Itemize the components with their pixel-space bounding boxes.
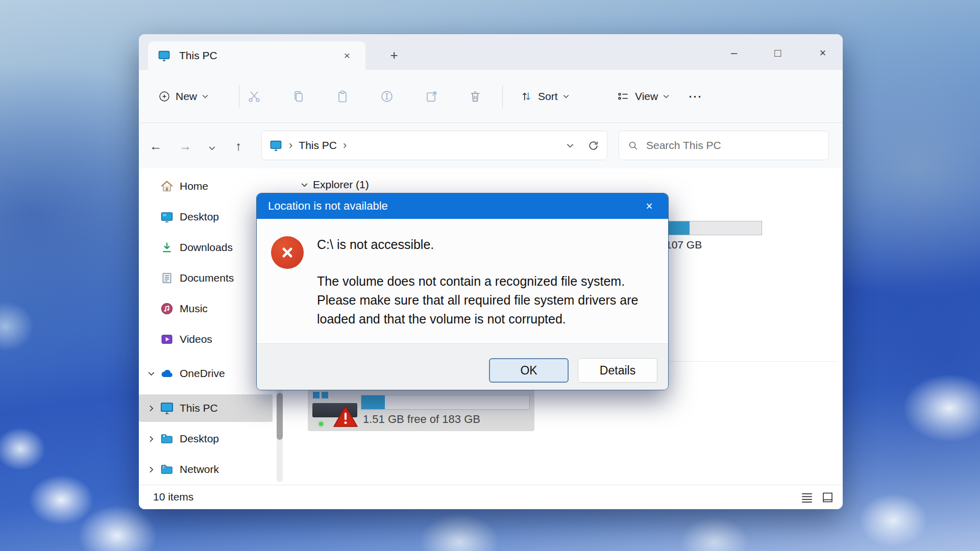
drive-free-space-label: 1.51 GB free of 183 GB [363, 413, 480, 426]
sidebar-item-label: Music [180, 303, 208, 315]
sidebar-item-home[interactable]: Home [139, 172, 273, 200]
cut-button[interactable] [240, 83, 268, 110]
warning-icon [333, 405, 358, 428]
dialog-message-line: The volume does not contain a recognized… [317, 272, 638, 291]
details-button[interactable]: Details [578, 358, 657, 383]
sidebar-item-onedrive[interactable]: OneDrive [139, 360, 273, 387]
videos-icon [159, 332, 175, 347]
chevron-down-icon [202, 94, 208, 98]
new-plus-icon [158, 90, 170, 103]
sidebar-item-label: Network [180, 463, 219, 475]
sidebar-item-desktop-folder[interactable]: Desktop [139, 425, 273, 453]
close-window-button[interactable]: × [808, 43, 837, 63]
search-input[interactable] [646, 139, 820, 152]
drive-icon-fragment [313, 392, 320, 398]
drive-icon-fragment [322, 392, 328, 398]
rename-icon [380, 89, 394, 104]
dialog-message: The volume does not contain a recognized… [317, 272, 638, 329]
see-more-button[interactable]: ⋯ [683, 83, 707, 110]
sort-button[interactable]: Sort [514, 83, 574, 110]
tab-close-icon[interactable]: × [338, 46, 356, 65]
view-button-label: View [635, 90, 658, 103]
chevron-down-icon[interactable] [567, 143, 574, 148]
sidebar-item-this-pc[interactable]: This PC [139, 394, 273, 422]
monitor-icon [269, 139, 283, 153]
breadcrumb[interactable]: › This PC › [261, 131, 607, 160]
chevron-right-icon [149, 405, 154, 412]
drive-capacity-bar [361, 395, 530, 410]
view-button[interactable]: View [611, 83, 674, 110]
dialog-title-bar[interactable]: Location is not available [257, 193, 668, 219]
sidebar-item-label: Desktop [180, 433, 219, 445]
trash-icon [468, 89, 482, 104]
chevron-right-icon [149, 466, 154, 473]
new-tab-button[interactable]: + [383, 45, 405, 66]
back-button[interactable]: ← [144, 134, 167, 158]
toolbar-divider [239, 85, 239, 108]
details-view-icon [800, 492, 814, 503]
breadcrumb-this-pc[interactable]: This PC [299, 139, 337, 152]
minimize-button[interactable]: – [720, 43, 748, 63]
dialog-close-button[interactable]: × [639, 197, 660, 215]
sidebar-item-videos[interactable]: Videos [139, 325, 273, 353]
sidebar-item-label: Downloads [180, 241, 233, 254]
breadcrumb-separator: › [289, 139, 292, 152]
details-view-button[interactable] [799, 490, 815, 505]
sort-icon [520, 90, 533, 103]
sidebar-item-label: This PC [180, 402, 218, 414]
chevron-down-icon [563, 94, 569, 98]
share-button[interactable] [417, 83, 446, 110]
drive-tile-selected[interactable]: 1.51 GB free of 183 GB [308, 389, 534, 431]
documents-icon [159, 270, 175, 286]
chevron-down-icon [148, 371, 155, 376]
group-header-explorer[interactable]: Explorer (1) [301, 179, 369, 191]
rename-button[interactable] [373, 83, 401, 110]
share-icon [424, 89, 438, 104]
error-icon [271, 236, 304, 269]
sidebar-scrollbar-thumb[interactable] [277, 393, 283, 440]
new-button-label: New [176, 90, 197, 103]
paste-button[interactable] [328, 83, 357, 110]
drive-led [319, 422, 323, 426]
paste-icon [335, 89, 350, 104]
large-icons-view-button[interactable] [820, 490, 835, 505]
sidebar-item-desktop[interactable]: Desktop [139, 203, 273, 231]
downloads-icon [159, 240, 175, 255]
group-header-label: Explorer (1) [313, 179, 369, 191]
copy-button[interactable] [284, 83, 313, 110]
tab-title: This PC [179, 49, 338, 62]
delete-button[interactable] [461, 83, 489, 110]
items-count-label: 10 items [153, 491, 193, 503]
status-bar: 10 items [139, 485, 843, 509]
cut-icon [247, 89, 261, 104]
sidebar-item-documents[interactable]: Documents [139, 264, 273, 292]
sidebar-item-music[interactable]: Music [139, 295, 273, 322]
sidebar-item-label: Desktop [180, 211, 219, 223]
large-icons-view-icon [821, 491, 834, 504]
chevron-down-icon [301, 183, 308, 187]
onedrive-icon [159, 366, 175, 381]
up-button[interactable]: ↑ [227, 134, 250, 158]
ok-button[interactable]: OK [489, 358, 569, 383]
toolbar-divider [502, 85, 503, 108]
sidebar-item-downloads[interactable]: Downloads [139, 234, 273, 261]
sidebar-item-label: Videos [180, 333, 212, 345]
sidebar-item-label: OneDrive [180, 367, 225, 380]
forward-button[interactable]: → [174, 134, 197, 158]
desktop-wallpaper: This PC × + – □ × New [0, 0, 980, 551]
sidebar-item-network[interactable]: Network [139, 456, 273, 483]
home-icon [159, 179, 175, 194]
command-bar: New Sort [139, 70, 843, 123]
search-field[interactable] [619, 131, 829, 160]
tab-this-pc[interactable]: This PC × [148, 41, 365, 70]
sort-button-label: Sort [538, 90, 558, 103]
recent-locations-button[interactable] [200, 134, 224, 158]
music-icon [159, 301, 175, 316]
breadcrumb-separator: › [343, 139, 347, 152]
network-folder-icon [159, 462, 175, 477]
monitor-icon [157, 49, 171, 63]
dialog-title: Location is not available [268, 199, 388, 213]
refresh-icon[interactable] [587, 139, 600, 152]
maximize-button[interactable]: □ [764, 43, 792, 63]
new-button[interactable]: New [153, 83, 213, 110]
